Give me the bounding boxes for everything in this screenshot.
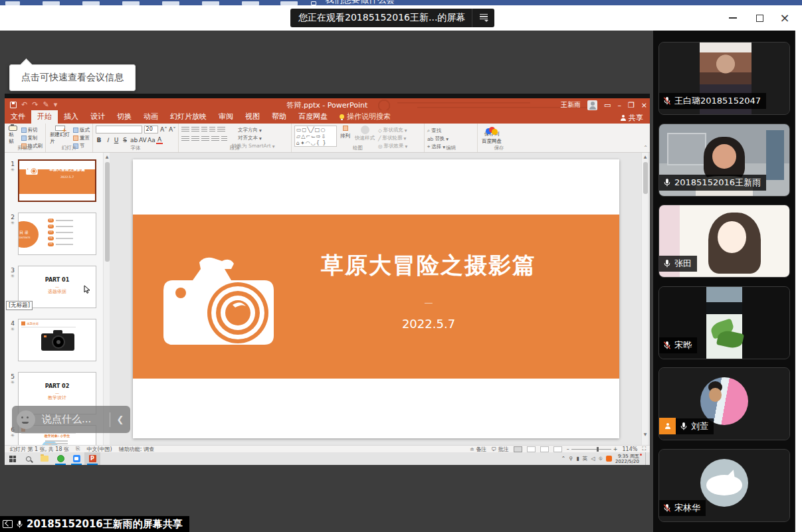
paste-button[interactable]: 粘贴 <box>7 126 19 145</box>
show-desktop-button[interactable] <box>645 452 647 465</box>
increase-indent-icon[interactable] <box>209 127 215 133</box>
scroll-down-icon[interactable]: ▼ <box>642 430 649 438</box>
new-slide-button[interactable]: 新建幻灯片 <box>49 126 71 145</box>
emoji-icon[interactable] <box>17 410 35 429</box>
shapes-gallery[interactable]: ▭◻╲╱□○▱△⌐⌙⇨⇩⌂✦◠◡{ } <box>294 126 337 147</box>
justify-icon[interactable] <box>211 136 219 142</box>
tab-file[interactable]: 文件 <box>5 110 31 124</box>
decrease-indent-icon[interactable] <box>201 127 207 133</box>
participant-tile[interactable]: 王白璐20185152047 <box>658 42 790 115</box>
align-right-icon[interactable] <box>201 136 209 142</box>
font-name-box[interactable] <box>96 126 142 133</box>
font-size-box[interactable]: 20 <box>144 126 158 133</box>
participant-tile[interactable]: 宋晔 <box>658 286 790 359</box>
replace-button[interactable]: ab 替换 ▾ <box>427 135 449 142</box>
tray-network-icon[interactable]: ⛗ <box>599 456 603 462</box>
numbering-icon[interactable] <box>191 127 199 133</box>
zoom-slider[interactable]: –+ <box>567 446 618 452</box>
cut-button[interactable]: 剪切 <box>21 127 43 133</box>
grow-font-icon[interactable]: A˄ <box>160 126 167 133</box>
collapse-ribbon-icon[interactable]: ⌃ <box>643 145 648 151</box>
chat-placeholder[interactable]: 说点什么... <box>35 413 110 426</box>
align-center-icon[interactable] <box>191 136 199 142</box>
tray-ime-icon[interactable]: 英 <box>583 455 588 462</box>
slideshow-button[interactable] <box>553 446 562 452</box>
thumbnail-scrollbar[interactable]: ▲ <box>103 153 110 445</box>
ppt-restore-icon[interactable]: ❐ <box>628 102 635 109</box>
tab-slideshow[interactable]: 幻灯片放映 <box>164 110 213 124</box>
shape-fill-button[interactable]: ◇ 形状填充 ▾ <box>378 127 407 133</box>
strikethrough-button[interactable]: S <box>122 137 128 143</box>
sidebar-scrollbar-track[interactable] <box>795 31 802 532</box>
shrink-font-icon[interactable]: A˅ <box>169 126 175 133</box>
scroll-up-icon[interactable]: ▲ <box>642 153 649 161</box>
quick-styles-button[interactable]: 快速样式 <box>353 126 376 145</box>
slide-thumbnail-2[interactable]: 目 录CONTENTS 01 02 03 04 05 <box>18 213 96 255</box>
participant-tile[interactable]: 20185152016王新雨 <box>658 124 790 197</box>
ppt-share-button[interactable]: 共享 <box>620 113 643 123</box>
align-left-icon[interactable] <box>181 136 189 142</box>
find-button[interactable]: ⌕ 查找 <box>427 128 449 134</box>
tab-animations[interactable]: 动画 <box>138 110 164 124</box>
powerpoint-button[interactable]: P <box>84 452 100 465</box>
align-text-button[interactable]: 对齐文本 ▾ <box>232 135 275 141</box>
tray-mic-icon[interactable]: ⚲ <box>569 456 573 462</box>
fit-to-window-icon[interactable]: ⛶ <box>642 446 646 452</box>
browser-button[interactable] <box>52 452 68 465</box>
slide-thumbnail-1[interactable]: 草原大冒险之摄影篇 2022.5.7 <box>18 159 96 202</box>
font-color-button[interactable]: A <box>156 136 163 144</box>
normal-view-button[interactable] <box>514 446 522 452</box>
tab-help[interactable]: 帮助 <box>266 110 292 124</box>
reset-button[interactable]: 重置 <box>73 135 90 141</box>
tab-design[interactable]: 设计 <box>84 110 111 124</box>
tab-baidu-netdisk[interactable]: 百度网盘 <box>292 110 334 124</box>
language-indicator[interactable]: 中文(中国) <box>86 446 112 453</box>
banner-menu-icon[interactable] <box>472 9 494 27</box>
underline-button[interactable]: U <box>113 137 120 143</box>
notes-button[interactable]: ≐ 备注 <box>470 446 486 453</box>
chat-quick-input[interactable]: 说点什么... ❮ <box>12 406 130 433</box>
spellcheck-icon[interactable]: ⎘ <box>76 446 80 452</box>
tab-insert[interactable]: 插入 <box>58 110 84 124</box>
start-button[interactable] <box>5 452 21 465</box>
tab-home[interactable]: 开始 <box>31 110 58 124</box>
save-to-netdisk-button[interactable]: 保存到 百度网盘 <box>480 126 503 145</box>
char-spacing-icon[interactable]: AV <box>139 137 146 143</box>
layout-button[interactable]: 版式 <box>73 127 90 133</box>
meeting-app-button[interactable] <box>68 452 84 465</box>
change-case-icon[interactable]: Aa <box>148 137 154 143</box>
tray-expand-icon[interactable]: ⌃ <box>561 456 566 462</box>
minimize-button[interactable] <box>720 8 746 28</box>
tab-review[interactable]: 审阅 <box>213 110 239 124</box>
tell-me-search[interactable]: 操作说明搜索 <box>334 110 397 124</box>
tray-360-icon[interactable] <box>606 456 612 462</box>
tray-battery-icon[interactable]: ▮ <box>576 456 579 462</box>
italic-button[interactable]: I <box>104 137 111 143</box>
maximize-button[interactable] <box>746 8 773 28</box>
bullets-icon[interactable] <box>181 127 189 133</box>
shape-outline-button[interactable]: ╱ 形状轮廓 ▾ <box>378 135 407 141</box>
slide-thumbnail-4[interactable]: 选题依据 <box>18 319 96 361</box>
bold-button[interactable]: B <box>96 137 102 143</box>
file-explorer-button[interactable] <box>37 452 52 465</box>
scroll-up-icon[interactable]: ▲ <box>104 153 110 161</box>
watching-banner[interactable]: 您正在观看20185152016王新...的屏幕 <box>290 9 494 27</box>
slide-scrollbar[interactable]: ▲ ▼ <box>641 153 648 445</box>
close-button[interactable]: × <box>771 8 798 28</box>
participant-tile[interactable]: 宋林华 <box>658 449 790 522</box>
zoom-level[interactable]: 114% <box>623 446 638 452</box>
tray-volume-icon[interactable]: ◁ <box>591 456 595 462</box>
ppt-minimize-icon[interactable]: – <box>617 102 621 109</box>
accessibility-status[interactable]: 辅助功能: 调查 <box>119 446 154 453</box>
line-spacing-icon[interactable] <box>217 127 225 133</box>
participant-tile[interactable]: 张田 <box>658 205 790 278</box>
taskbar-search-button[interactable] <box>21 452 37 465</box>
reading-view-button[interactable] <box>540 446 549 452</box>
tab-transitions[interactable]: 切换 <box>111 110 138 124</box>
collapse-chat-icon[interactable]: ❮ <box>110 414 130 424</box>
text-shadow-button[interactable]: ab <box>130 137 137 143</box>
taskbar-clock[interactable]: 9:35 周五 2022/5/20 <box>615 454 642 464</box>
ppt-close-icon[interactable]: × <box>641 102 647 109</box>
slide-sorter-button[interactable] <box>527 446 536 452</box>
copy-button[interactable]: 复制 <box>21 135 43 141</box>
